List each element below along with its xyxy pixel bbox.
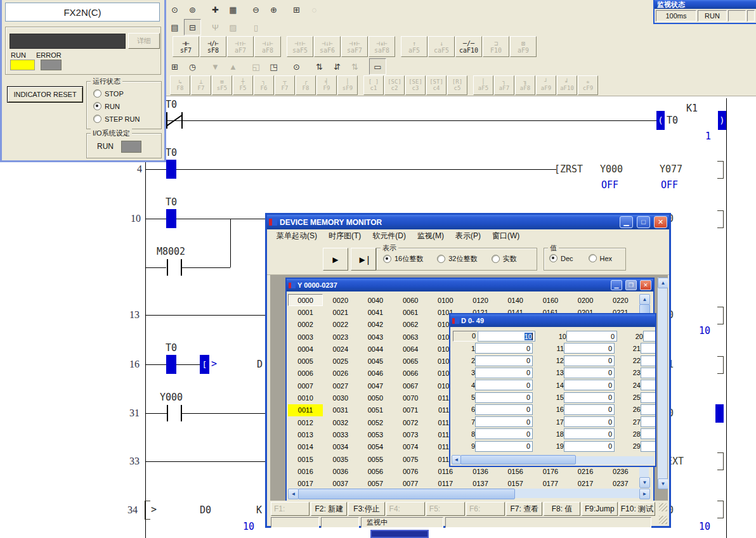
minimize-button[interactable]: ▁ xyxy=(620,216,633,228)
y-device-cell[interactable]: 0116 xyxy=(428,465,463,477)
y-device-cell[interactable]: 0137 xyxy=(463,477,498,489)
y-device-cell[interactable]: 0024 xyxy=(323,343,358,355)
open-contact[interactable] xyxy=(167,259,168,276)
monitor-find-icon[interactable]: ⊙ xyxy=(288,58,305,75)
radio-icon[interactable] xyxy=(492,255,500,263)
ladder-symbol-button-aF5[interactable]: │aF5 xyxy=(473,75,493,95)
y-device-cell[interactable]: 0053 xyxy=(358,428,393,440)
y-device-cell[interactable]: 0025 xyxy=(323,355,358,367)
fkey-button[interactable]: F2: 新建 xyxy=(311,502,347,516)
d-value-box[interactable]: 0 xyxy=(564,404,615,415)
d-value-box[interactable]: 0 xyxy=(475,343,533,354)
y-device-cell[interactable]: 0023 xyxy=(323,331,358,343)
resize-grip[interactable] xyxy=(659,516,667,524)
d-value-box[interactable]: 0 xyxy=(566,331,617,342)
y-device-cell[interactable]: 0032 xyxy=(323,416,358,428)
monitor-start-button[interactable]: ► xyxy=(323,248,348,271)
client-scroll-down-icon[interactable]: ▼ xyxy=(658,478,668,489)
y-device-cell[interactable]: 0050 xyxy=(358,392,393,404)
menu-item[interactable]: 窗口(W) xyxy=(486,229,525,243)
close-button[interactable]: ✕ xyxy=(640,280,651,290)
y-device-cell[interactable]: 0041 xyxy=(358,306,393,318)
radio-option[interactable]: 32位整数 xyxy=(437,254,477,264)
y-device-cell[interactable]: 0061 xyxy=(393,306,428,318)
insert-row-icon[interactable]: ⊞ xyxy=(166,58,183,75)
y-device-cell[interactable]: 0067 xyxy=(393,380,428,392)
y-device-cell[interactable]: 0031 xyxy=(323,404,358,416)
zoom-in-icon[interactable]: ⊕ xyxy=(265,1,282,18)
y-device-cell[interactable]: 0001 xyxy=(288,306,323,318)
y-device-cell[interactable]: 0010 xyxy=(288,392,323,404)
jump-fwd-icon[interactable]: ◳ xyxy=(265,58,282,75)
y-device-cell[interactable]: 0043 xyxy=(358,331,393,343)
y-device-cell[interactable]: 0051 xyxy=(358,404,393,416)
ladder-symbol-button-aF9[interactable]: ┘aF9 xyxy=(536,75,556,95)
d-value-box[interactable]: 0 xyxy=(564,428,615,439)
ladder-symbol-button-F6[interactable]: ┐F6 xyxy=(254,75,274,95)
indicator-reset-button[interactable]: INDICATOR RESET xyxy=(7,86,83,103)
ladder-symbol-button-F8[interactable]: ┌F8 xyxy=(296,75,316,95)
split-window-icon[interactable]: ⊞ xyxy=(288,1,305,18)
y-device-cell[interactable]: 0177 xyxy=(533,477,568,489)
y-device-cell[interactable]: 0237 xyxy=(603,477,638,489)
ladder-symbol-button-caF10[interactable]: ─/─caF10 xyxy=(455,36,482,57)
fkey-button[interactable]: F3:停止 xyxy=(348,502,384,516)
d-value-box[interactable] xyxy=(641,416,655,427)
radio-option[interactable]: RUN xyxy=(93,102,161,110)
y-scroll-down-icon[interactable]: ▼ xyxy=(639,477,650,488)
ladder-symbol-button-sF7[interactable]: ⊣⊢sF7 xyxy=(173,36,199,57)
y-device-cell[interactable]: 0070 xyxy=(393,392,428,404)
y-device-cell[interactable]: 0236 xyxy=(603,465,638,477)
sort-down-icon[interactable]: ⇵ xyxy=(329,58,346,75)
y-device-cell[interactable]: 0054 xyxy=(358,441,393,453)
radio-icon[interactable] xyxy=(93,115,101,123)
d-value-box[interactable]: 0 xyxy=(564,416,615,427)
radio-icon[interactable] xyxy=(93,89,101,98)
energized-contact[interactable] xyxy=(166,209,176,228)
y-window-titlebar[interactable]: Y 0000-0237 ▁ ❐ ✕ xyxy=(287,279,653,291)
d-value-box[interactable]: 0 xyxy=(564,380,615,390)
d-value-box[interactable]: 0 xyxy=(475,441,533,452)
ladder-symbol-button-c4[interactable]: [ST]c4 xyxy=(426,75,446,95)
y-device-cell[interactable]: 0076 xyxy=(393,465,428,477)
y-device-cell[interactable]: 0030 xyxy=(323,392,358,404)
ladder-symbol-button-c1[interactable]: [ ]c1 xyxy=(363,75,384,95)
y-device-cell[interactable]: 0057 xyxy=(358,477,393,489)
y-device-cell[interactable]: 0100 xyxy=(428,294,463,306)
open-contact[interactable] xyxy=(167,405,168,421)
d-value-box[interactable]: 0 xyxy=(475,416,533,427)
close-button[interactable]: ✕ xyxy=(654,216,667,228)
fkey-button[interactable]: F10: 测试 xyxy=(619,502,655,516)
menu-item[interactable]: 时序图(T) xyxy=(323,229,367,243)
d-value-box[interactable]: 10 xyxy=(478,331,535,342)
y-scroll-up-icon[interactable]: ▲ xyxy=(639,294,650,305)
y-device-cell[interactable]: 0217 xyxy=(568,477,603,489)
y-device-cell[interactable]: 0013 xyxy=(288,428,323,440)
fkey-button[interactable]: F8: 值 xyxy=(544,502,580,516)
coil-close-paren[interactable]: ) xyxy=(718,111,726,130)
minimize-button[interactable]: ▁ xyxy=(611,280,622,290)
y-device-cell[interactable]: 0063 xyxy=(393,331,428,343)
coil-open-paren[interactable]: ( xyxy=(656,111,665,130)
d-scroll-left-icon[interactable]: ◄ xyxy=(452,455,461,464)
d-value-box[interactable] xyxy=(641,343,655,354)
y-device-cell[interactable]: 0220 xyxy=(603,294,638,306)
radio-option[interactable]: Hex xyxy=(589,254,613,262)
y-device-cell[interactable]: 0015 xyxy=(288,453,323,465)
monitor-start-end-button[interactable]: ►| xyxy=(351,248,376,271)
ladder-symbol-button-c3[interactable]: [SE]c3 xyxy=(405,75,426,95)
y-device-cell[interactable]: 0002 xyxy=(288,319,323,331)
y-device-cell[interactable]: 0074 xyxy=(393,441,428,453)
ladder-symbol-button-F8[interactable]: ↳F8 xyxy=(170,75,190,95)
ladder-symbol-button-sF8[interactable]: ⊣/⊢sF8 xyxy=(200,36,226,57)
zoom-out-icon[interactable]: ⊖ xyxy=(247,1,264,18)
y-device-cell[interactable]: 0052 xyxy=(358,416,393,428)
y-device-cell[interactable]: 0012 xyxy=(288,416,323,428)
y-scroll-left-icon[interactable]: ◄ xyxy=(288,489,299,499)
d-value-box[interactable] xyxy=(641,392,655,403)
y-device-cell[interactable]: 0060 xyxy=(393,294,428,306)
y-device-cell[interactable]: 0000 xyxy=(288,294,323,306)
y-device-cell[interactable]: 0140 xyxy=(498,294,533,306)
y-device-cell[interactable]: 0017 xyxy=(288,477,323,489)
y-device-cell[interactable]: 0075 xyxy=(393,453,428,465)
